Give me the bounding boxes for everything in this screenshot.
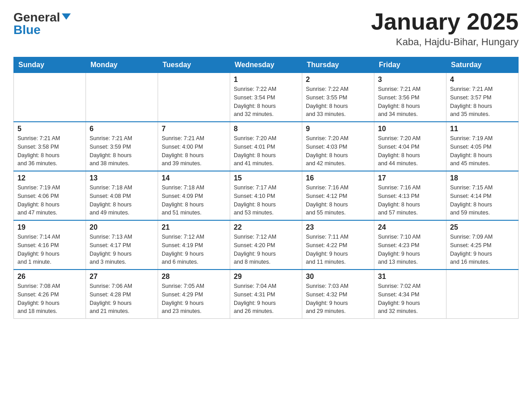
day-info: Sunrise: 7:21 AM Sunset: 3:56 PM Dayligh… bbox=[378, 85, 442, 119]
logo-triangle-icon bbox=[62, 13, 71, 20]
day-number: 25 bbox=[450, 223, 515, 231]
week-row-4: 19Sunrise: 7:14 AM Sunset: 4:16 PM Dayli… bbox=[14, 220, 519, 270]
day-cell-17: 17Sunrise: 7:16 AM Sunset: 4:13 PM Dayli… bbox=[374, 171, 446, 220]
weekday-header-saturday: Saturday bbox=[446, 57, 519, 73]
logo: General Blue bbox=[13, 9, 71, 36]
day-number: 24 bbox=[378, 223, 442, 231]
day-cell-6: 6Sunrise: 7:21 AM Sunset: 3:59 PM Daylig… bbox=[86, 122, 158, 171]
day-number: 7 bbox=[162, 125, 226, 133]
day-cell-27: 27Sunrise: 7:06 AM Sunset: 4:28 PM Dayli… bbox=[86, 270, 158, 319]
day-cell-22: 22Sunrise: 7:12 AM Sunset: 4:20 PM Dayli… bbox=[230, 220, 302, 270]
day-cell-16: 16Sunrise: 7:16 AM Sunset: 4:12 PM Dayli… bbox=[302, 171, 374, 220]
day-info: Sunrise: 7:16 AM Sunset: 4:12 PM Dayligh… bbox=[306, 184, 370, 217]
weekday-header-thursday: Thursday bbox=[302, 57, 374, 73]
calendar-table: SundayMondayTuesdayWednesdayThursdayFrid… bbox=[13, 57, 519, 319]
day-info: Sunrise: 7:17 AM Sunset: 4:10 PM Dayligh… bbox=[234, 184, 298, 217]
week-row-1: 1Sunrise: 7:22 AM Sunset: 3:54 PM Daylig… bbox=[14, 73, 519, 122]
day-number: 2 bbox=[306, 76, 370, 84]
day-cell-12: 12Sunrise: 7:19 AM Sunset: 4:06 PM Dayli… bbox=[14, 171, 86, 220]
weekday-header-sunday: Sunday bbox=[14, 57, 86, 73]
day-number: 20 bbox=[90, 223, 154, 231]
calendar-subtitle: Kaba, Hajdu-Bihar, Hungary bbox=[371, 36, 519, 48]
day-number: 5 bbox=[17, 125, 82, 133]
weekday-header-tuesday: Tuesday bbox=[158, 57, 230, 73]
day-cell-30: 30Sunrise: 7:03 AM Sunset: 4:32 PM Dayli… bbox=[302, 270, 374, 319]
day-number: 1 bbox=[234, 76, 298, 84]
day-number: 22 bbox=[234, 223, 298, 231]
day-cell-18: 18Sunrise: 7:15 AM Sunset: 4:14 PM Dayli… bbox=[446, 171, 519, 220]
day-info: Sunrise: 7:21 AM Sunset: 3:57 PM Dayligh… bbox=[450, 85, 515, 119]
day-number: 14 bbox=[162, 174, 226, 182]
day-number: 10 bbox=[378, 125, 442, 133]
day-cell-1: 1Sunrise: 7:22 AM Sunset: 3:54 PM Daylig… bbox=[230, 73, 302, 122]
day-info: Sunrise: 7:13 AM Sunset: 4:17 PM Dayligh… bbox=[90, 233, 154, 266]
day-cell-25: 25Sunrise: 7:09 AM Sunset: 4:25 PM Dayli… bbox=[446, 220, 519, 270]
day-info: Sunrise: 7:20 AM Sunset: 4:04 PM Dayligh… bbox=[378, 134, 442, 168]
day-number: 31 bbox=[378, 273, 442, 281]
day-number: 11 bbox=[450, 125, 515, 133]
day-cell-2: 2Sunrise: 7:22 AM Sunset: 3:55 PM Daylig… bbox=[302, 73, 374, 122]
day-info: Sunrise: 7:03 AM Sunset: 4:32 PM Dayligh… bbox=[306, 282, 370, 316]
day-cell-24: 24Sunrise: 7:10 AM Sunset: 4:23 PM Dayli… bbox=[374, 220, 446, 270]
day-cell-20: 20Sunrise: 7:13 AM Sunset: 4:17 PM Dayli… bbox=[86, 220, 158, 270]
day-info: Sunrise: 7:19 AM Sunset: 4:05 PM Dayligh… bbox=[450, 134, 515, 168]
day-info: Sunrise: 7:21 AM Sunset: 3:58 PM Dayligh… bbox=[17, 134, 82, 168]
day-cell-23: 23Sunrise: 7:11 AM Sunset: 4:22 PM Dayli… bbox=[302, 220, 374, 270]
day-number: 23 bbox=[306, 223, 370, 231]
day-info: Sunrise: 7:14 AM Sunset: 4:16 PM Dayligh… bbox=[17, 233, 82, 266]
weekday-header-monday: Monday bbox=[86, 57, 158, 73]
day-info: Sunrise: 7:16 AM Sunset: 4:13 PM Dayligh… bbox=[378, 184, 442, 217]
week-row-2: 5Sunrise: 7:21 AM Sunset: 3:58 PM Daylig… bbox=[14, 122, 519, 171]
day-number: 8 bbox=[234, 125, 298, 133]
day-info: Sunrise: 7:22 AM Sunset: 3:54 PM Dayligh… bbox=[234, 85, 298, 119]
day-cell-26: 26Sunrise: 7:08 AM Sunset: 4:26 PM Dayli… bbox=[14, 270, 86, 319]
day-cell-10: 10Sunrise: 7:20 AM Sunset: 4:04 PM Dayli… bbox=[374, 122, 446, 171]
day-number: 17 bbox=[378, 174, 442, 182]
week-row-5: 26Sunrise: 7:08 AM Sunset: 4:26 PM Dayli… bbox=[14, 270, 519, 319]
day-number: 6 bbox=[90, 125, 154, 133]
day-info: Sunrise: 7:21 AM Sunset: 4:00 PM Dayligh… bbox=[162, 134, 226, 168]
day-number: 30 bbox=[306, 273, 370, 281]
day-number: 13 bbox=[90, 174, 154, 182]
logo-blue: Blue bbox=[13, 24, 41, 36]
day-cell-19: 19Sunrise: 7:14 AM Sunset: 4:16 PM Dayli… bbox=[14, 220, 86, 270]
day-number: 12 bbox=[17, 174, 82, 182]
day-cell-31: 31Sunrise: 7:02 AM Sunset: 4:34 PM Dayli… bbox=[374, 270, 446, 319]
day-number: 29 bbox=[234, 273, 298, 281]
day-info: Sunrise: 7:12 AM Sunset: 4:19 PM Dayligh… bbox=[162, 233, 226, 266]
day-cell-5: 5Sunrise: 7:21 AM Sunset: 3:58 PM Daylig… bbox=[14, 122, 86, 171]
day-info: Sunrise: 7:12 AM Sunset: 4:20 PM Dayligh… bbox=[234, 233, 298, 266]
day-number: 26 bbox=[17, 273, 82, 281]
day-number: 18 bbox=[450, 174, 515, 182]
day-cell-29: 29Sunrise: 7:04 AM Sunset: 4:31 PM Dayli… bbox=[230, 270, 302, 319]
empty-cell bbox=[86, 73, 158, 122]
title-block: January 2025 Kaba, Hajdu-Bihar, Hungary bbox=[371, 9, 519, 48]
day-number: 28 bbox=[162, 273, 226, 281]
logo-general: General bbox=[13, 11, 60, 24]
weekday-header-wednesday: Wednesday bbox=[230, 57, 302, 73]
day-number: 21 bbox=[162, 223, 226, 231]
day-cell-4: 4Sunrise: 7:21 AM Sunset: 3:57 PM Daylig… bbox=[446, 73, 519, 122]
week-row-3: 12Sunrise: 7:19 AM Sunset: 4:06 PM Dayli… bbox=[14, 171, 519, 220]
day-cell-7: 7Sunrise: 7:21 AM Sunset: 4:00 PM Daylig… bbox=[158, 122, 230, 171]
day-cell-13: 13Sunrise: 7:18 AM Sunset: 4:08 PM Dayli… bbox=[86, 171, 158, 220]
day-info: Sunrise: 7:11 AM Sunset: 4:22 PM Dayligh… bbox=[306, 233, 370, 266]
weekday-header-row: SundayMondayTuesdayWednesdayThursdayFrid… bbox=[14, 57, 519, 73]
empty-cell bbox=[158, 73, 230, 122]
day-cell-11: 11Sunrise: 7:19 AM Sunset: 4:05 PM Dayli… bbox=[446, 122, 519, 171]
day-info: Sunrise: 7:09 AM Sunset: 4:25 PM Dayligh… bbox=[450, 233, 515, 266]
day-number: 9 bbox=[306, 125, 370, 133]
day-info: Sunrise: 7:21 AM Sunset: 3:59 PM Dayligh… bbox=[90, 134, 154, 168]
day-number: 27 bbox=[90, 273, 154, 281]
day-info: Sunrise: 7:08 AM Sunset: 4:26 PM Dayligh… bbox=[17, 282, 82, 316]
day-info: Sunrise: 7:10 AM Sunset: 4:23 PM Dayligh… bbox=[378, 233, 442, 266]
day-cell-14: 14Sunrise: 7:18 AM Sunset: 4:09 PM Dayli… bbox=[158, 171, 230, 220]
day-cell-28: 28Sunrise: 7:05 AM Sunset: 4:29 PM Dayli… bbox=[158, 270, 230, 319]
day-info: Sunrise: 7:20 AM Sunset: 4:03 PM Dayligh… bbox=[306, 134, 370, 168]
day-number: 15 bbox=[234, 174, 298, 182]
day-info: Sunrise: 7:05 AM Sunset: 4:29 PM Dayligh… bbox=[162, 282, 226, 316]
day-info: Sunrise: 7:04 AM Sunset: 4:31 PM Dayligh… bbox=[234, 282, 298, 316]
day-number: 4 bbox=[450, 76, 515, 84]
day-number: 16 bbox=[306, 174, 370, 182]
day-cell-15: 15Sunrise: 7:17 AM Sunset: 4:10 PM Dayli… bbox=[230, 171, 302, 220]
